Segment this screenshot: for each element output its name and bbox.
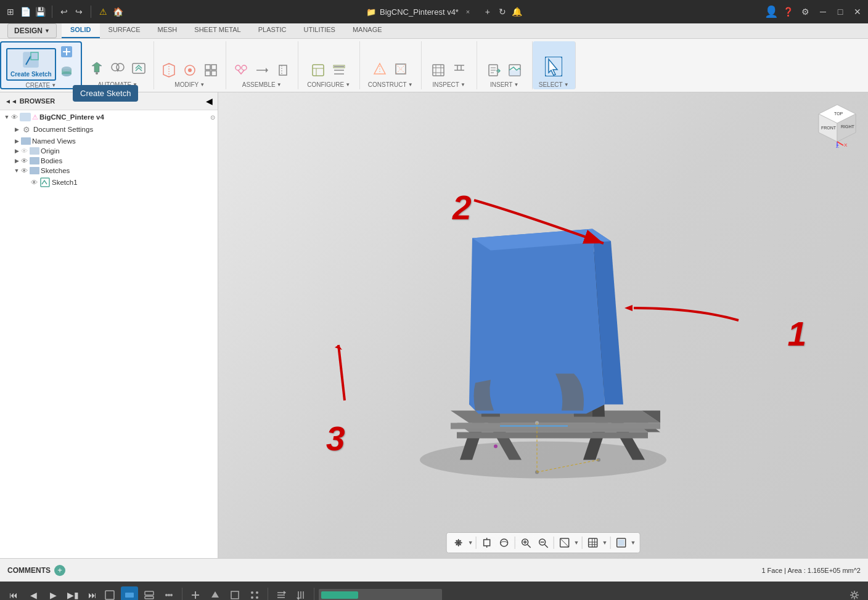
modify-btn2[interactable] [180, 60, 200, 80]
fit-view-button[interactable] [451, 535, 467, 551]
notification-icon[interactable]: 🔔 [512, 6, 523, 17]
automate-btn2[interactable] [108, 59, 128, 80]
pan-button[interactable] [479, 535, 495, 551]
select-dropdown-arrow[interactable]: ▼ [564, 82, 569, 87]
origin-eye-icon[interactable]: 👁 [21, 147, 30, 155]
automate-btn3[interactable] [129, 59, 149, 80]
inspect-btn1[interactable] [428, 60, 448, 80]
tab-mesh[interactable]: MESH [149, 23, 186, 38]
extrude-button[interactable] [57, 63, 76, 81]
modify-dropdown-arrow[interactable]: ▼ [200, 82, 205, 87]
inspect-dropdown-arrow[interactable]: ▼ [461, 82, 465, 87]
redo-icon[interactable]: ↪ [73, 6, 84, 17]
grid-toggle-button[interactable] [585, 535, 601, 551]
play-end-button[interactable]: ⏭ [84, 586, 101, 600]
assemble-btn3[interactable] [273, 60, 293, 80]
new-tab-icon[interactable]: + [482, 6, 493, 17]
timeline-btn8[interactable] [246, 586, 263, 600]
root-eye-icon[interactable]: 👁 [11, 113, 20, 121]
automate-dropdown-arrow[interactable]: ▼ [133, 82, 137, 87]
timeline-marker[interactable] [321, 591, 358, 599]
insert-dropdown-arrow[interactable]: ▼ [514, 82, 518, 87]
orbit-button[interactable] [496, 535, 512, 551]
timeline-btn6[interactable] [207, 586, 224, 600]
configure-btn1[interactable] [308, 60, 328, 80]
tab-manage[interactable]: MANAGE [344, 23, 391, 38]
warning-icon[interactable]: ⚠ [97, 6, 108, 17]
tree-item-sketches[interactable]: ▼ 👁 Sketches [10, 166, 218, 176]
timeline-btn10[interactable] [292, 586, 309, 600]
insert-btn1[interactable] [484, 60, 504, 80]
grid-dropdown[interactable]: ▼ [602, 540, 608, 546]
play-beginning-button[interactable]: ⏮ [5, 586, 22, 600]
assemble-btn2[interactable] [252, 60, 272, 80]
configure-btn2[interactable] [329, 60, 349, 80]
step-forward-button[interactable]: ▶▮ [64, 586, 81, 600]
bodies-eye-icon[interactable]: 👁 [21, 157, 30, 164]
help-icon[interactable]: ❓ [783, 6, 794, 17]
construct-dropdown-arrow[interactable]: ▼ [408, 82, 413, 87]
configure-dropdown-arrow[interactable]: ▼ [345, 82, 350, 87]
add-comments-icon[interactable]: + [54, 565, 65, 576]
modify-btn1[interactable] [159, 60, 179, 80]
close-window-icon[interactable]: ✕ [852, 6, 863, 17]
browser-collapse-icon[interactable]: ◀ [206, 96, 213, 106]
settings-button[interactable] [846, 586, 863, 600]
tab-solid[interactable]: SOLID [62, 23, 100, 38]
automate-btn1[interactable] [87, 59, 107, 80]
tab-utilities[interactable]: UTILITIES [295, 23, 344, 38]
display-mode-button[interactable] [557, 535, 573, 551]
inspect-btn2[interactable] [449, 60, 469, 80]
save-icon[interactable]: 💾 [35, 6, 46, 17]
home-icon[interactable]: 🏠 [112, 6, 123, 17]
undo-icon[interactable]: ↩ [59, 6, 70, 17]
tree-item-bodies[interactable]: ▶ 👁 Bodies [10, 156, 218, 166]
zoom-fit-button[interactable] [518, 535, 534, 551]
tab-plastic[interactable]: PLASTIC [250, 23, 295, 38]
person-icon[interactable]: 👤 [766, 6, 777, 17]
timeline-btn9[interactable] [272, 586, 290, 600]
timeline-track[interactable] [319, 589, 442, 600]
step-back-button[interactable]: ◀ [25, 586, 42, 600]
zoom-out-button[interactable] [535, 535, 551, 551]
sketches-eye-icon[interactable]: 👁 [21, 167, 30, 174]
settings-icon-tb[interactable]: ⚙ [800, 6, 811, 17]
sketch1-eye-icon[interactable]: 👁 [31, 179, 39, 186]
view-gizmo[interactable]: TOP FRONT RIGHT Z X [813, 99, 862, 148]
maximize-icon[interactable]: □ [835, 6, 846, 17]
tab-sheet-metal[interactable]: SHEET METAL [186, 23, 249, 38]
display-dropdown[interactable]: ▼ [574, 540, 579, 546]
reload-icon[interactable]: ↻ [497, 6, 508, 17]
new-component-button[interactable] [57, 44, 76, 62]
file-icon[interactable]: 📄 [20, 6, 31, 17]
viewport[interactable]: 2 3 1 [218, 92, 868, 558]
minimize-icon[interactable]: ─ [817, 6, 829, 17]
timeline-btn3[interactable] [141, 586, 158, 600]
play-button[interactable]: ▶ [44, 586, 62, 600]
tree-item-named-views[interactable]: ▶ Named Views [10, 136, 218, 146]
tab-surface[interactable]: SURFACE [100, 23, 149, 38]
select-button[interactable] [538, 55, 569, 80]
timeline-btn1[interactable] [101, 586, 118, 600]
tree-item-sketch1[interactable]: 👁 Sketch1 [20, 176, 218, 189]
insert-btn2[interactable] [505, 60, 525, 80]
effects-dropdown[interactable]: ▼ [630, 540, 636, 546]
vp-dropdown1[interactable]: ▼ [468, 540, 473, 546]
create-dropdown-arrow[interactable]: ▼ [51, 83, 56, 88]
assemble-btn1[interactable] [231, 60, 251, 80]
assemble-dropdown-arrow[interactable]: ▼ [277, 82, 282, 87]
title-close-icon[interactable]: × [462, 6, 473, 17]
browser-back-icon[interactable]: ◄◄ [5, 98, 17, 105]
tree-item-origin[interactable]: ▶ 👁 Origin [10, 146, 218, 156]
timeline-btn2[interactable] [121, 586, 138, 600]
timeline-btn4[interactable] [160, 586, 178, 600]
construct-btn2[interactable] [391, 60, 411, 80]
design-button[interactable]: DESIGN ▼ [7, 23, 57, 38]
timeline-btn7[interactable] [226, 586, 244, 600]
app-grid-icon[interactable]: ⊞ [5, 6, 16, 17]
construct-btn1[interactable] [370, 60, 390, 80]
create-sketch-button[interactable]: Create Sketch [6, 48, 56, 81]
tree-item-root[interactable]: ▼ 👁 ⚠ BigCNC_Pintere v4 ⊙ [0, 111, 218, 123]
timeline-btn5[interactable] [187, 586, 204, 600]
effects-button[interactable] [613, 535, 629, 551]
